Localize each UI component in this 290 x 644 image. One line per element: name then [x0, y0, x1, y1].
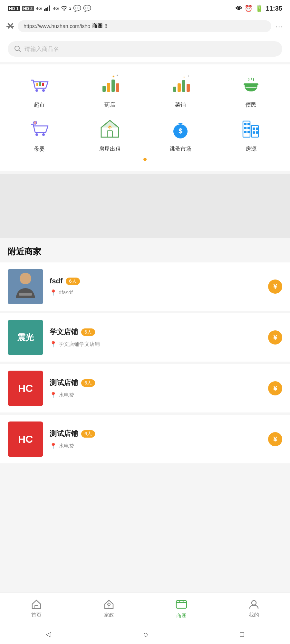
merchant-avatar-testshop1: HC — [8, 371, 43, 406]
svg-rect-44 — [256, 128, 258, 130]
close-icon[interactable]: ✕ — [6, 21, 14, 32]
nav-shangquan-label: 商圈 — [176, 613, 187, 620]
url-title-bold: 商圈 — [92, 23, 102, 30]
location-pin-icon: 📍 — [50, 289, 57, 296]
convenient-label: 便民 — [246, 101, 256, 109]
category-convenient[interactable]: 便民 — [217, 72, 285, 109]
category-vegshop[interactable]: ✦ ✦ 菜铺 — [146, 72, 214, 109]
svg-rect-55 — [176, 601, 187, 608]
location-pin-icon-3: 📍 — [50, 392, 57, 399]
svg-rect-0 — [44, 9, 45, 11]
merchant-card-testshop2[interactable]: HC 测试店铺 6人 📍 水电费 ¥ — [0, 415, 290, 463]
browser-bar: ✕ https://www.huzhan.com/isho 商圈 8 ··· — [0, 17, 290, 36]
rental-icon — [97, 116, 123, 142]
merchant-avatar-fsdf — [8, 269, 43, 304]
svg-point-8 — [42, 89, 45, 92]
system-nav: ◁ ○ □ — [0, 625, 290, 644]
merchant-card-testshop1[interactable]: HC 测试店铺 6人 📍 水电费 ¥ — [0, 364, 290, 412]
svg-text:✦: ✦ — [112, 75, 115, 78]
supermarket-icon — [26, 72, 52, 98]
nav-jizheng-label: 家政 — [104, 612, 114, 619]
svg-rect-2 — [47, 7, 48, 11]
nav-mine[interactable]: 我的 — [218, 593, 290, 625]
category-rental[interactable]: 房屋出租 — [76, 116, 144, 153]
svg-rect-45 — [253, 131, 255, 134]
svg-rect-20 — [182, 80, 185, 92]
nav-home[interactable]: 首页 — [0, 593, 72, 625]
house-label: 房源 — [246, 145, 256, 153]
svg-point-7 — [35, 89, 38, 92]
merchant-name-3: 测试店铺 — [50, 378, 78, 388]
merchant-list: fsdf 6人 📍 dfasdf ¥ 震光 — [0, 262, 290, 466]
maternity-label: 母婴 — [34, 145, 45, 153]
maternity-icon — [26, 116, 52, 142]
avatar-hc-1: HC — [8, 371, 43, 406]
category-flea[interactable]: $ 跳蚤市场 — [146, 116, 214, 153]
active-dot — [143, 158, 147, 161]
svg-point-27 — [42, 133, 45, 136]
svg-text:✦: ✦ — [183, 75, 185, 79]
avatar-xuenguang: 震光 — [8, 320, 43, 355]
merchant-info-testshop1: 测试店铺 6人 📍 水电费 — [50, 378, 282, 399]
svg-rect-18 — [173, 87, 176, 92]
back-gesture[interactable]: ◁ — [46, 630, 51, 639]
merchant-location-3: 📍 水电费 — [50, 392, 282, 399]
merchant-action[interactable]: ¥ — [268, 279, 282, 294]
svg-rect-10 — [39, 82, 41, 86]
nav-mine-label: 我的 — [249, 612, 259, 619]
svg-rect-3 — [49, 5, 50, 11]
merchant-action-4[interactable]: ¥ — [268, 432, 282, 446]
svg-rect-39 — [244, 127, 247, 129]
yen-button-2[interactable]: ¥ — [268, 330, 282, 345]
merchant-info-xuewenshop: 学文店铺 6人 📍 学文店铺学文店铺 — [50, 327, 282, 348]
svg-rect-21 — [187, 84, 190, 92]
status-time: 11:35 — [266, 5, 282, 12]
category-section: 超市 ✦ ✦ 药店 — [0, 64, 290, 171]
home-gesture[interactable]: ○ — [143, 630, 148, 639]
battery-icon: 🔋 — [255, 5, 263, 12]
merchant-location-4: 📍 水电费 — [50, 442, 282, 450]
merchant-card-fsdf[interactable]: fsdf 6人 📍 dfasdf ¥ — [0, 262, 290, 311]
supermarket-label: 超市 — [34, 101, 45, 109]
merchant-action-2[interactable]: ¥ — [268, 330, 282, 345]
svg-rect-1 — [45, 8, 47, 11]
merchant-action-3[interactable]: ¥ — [268, 381, 282, 395]
svg-point-5 — [15, 46, 19, 51]
more-menu-icon[interactable]: ··· — [275, 22, 284, 31]
url-text: https://www.huzhan.com/isho — [24, 24, 90, 29]
hd2-badge: HD 2 — [22, 6, 34, 11]
status-bar: HD 1 HD 2 4G 4G 2 💬 💬 👁 ⏰ 🔋 11:35 — [0, 0, 290, 17]
house-icon — [238, 116, 264, 142]
nearby-section: 附近商家 — [0, 238, 290, 466]
merchant-location-2: 📍 学文店铺学文店铺 — [50, 341, 282, 348]
browser-url-bar[interactable]: https://www.huzhan.com/isho 商圈 8 — [18, 20, 271, 32]
svg-marker-50 — [32, 600, 41, 609]
category-pharmacy[interactable]: ✦ ✦ 药店 — [76, 72, 144, 109]
location-text-4: 水电费 — [59, 443, 74, 450]
shangquan-icon — [175, 598, 188, 611]
yen-button[interactable]: ¥ — [268, 279, 282, 294]
wechat-icon: 💬 — [73, 5, 81, 12]
merchant-badge: 6人 — [66, 278, 80, 285]
avatar-person-image — [8, 269, 43, 304]
category-supermarket[interactable]: 超市 — [5, 72, 73, 109]
yen-button-3[interactable]: ¥ — [268, 381, 282, 395]
search-box[interactable]: 请输入商品名 — [8, 41, 282, 57]
dot-indicator — [5, 158, 285, 161]
nav-shangquan[interactable]: 商圈 — [145, 593, 218, 625]
yen-button-4[interactable]: ¥ — [268, 432, 282, 446]
merchant-card-xuewenshop[interactable]: 震光 学文店铺 6人 📍 学文店铺学文店铺 ¥ — [0, 313, 290, 362]
category-grid: 超市 ✦ ✦ 药店 — [5, 72, 285, 153]
svg-text:✦: ✦ — [116, 74, 119, 77]
merchant-name-row: fsdf 6人 — [50, 277, 282, 285]
recent-gesture[interactable]: □ — [240, 630, 244, 639]
svg-point-4 — [63, 9, 65, 11]
category-maternity[interactable]: 母婴 — [5, 116, 73, 153]
nav-jizheng[interactable]: 家政 — [72, 593, 145, 625]
mine-icon — [248, 599, 259, 610]
svg-rect-41 — [244, 131, 247, 133]
svg-rect-12 — [102, 86, 106, 92]
category-house[interactable]: 房源 — [217, 116, 285, 153]
svg-line-6 — [19, 50, 21, 52]
svg-rect-31 — [107, 131, 112, 137]
